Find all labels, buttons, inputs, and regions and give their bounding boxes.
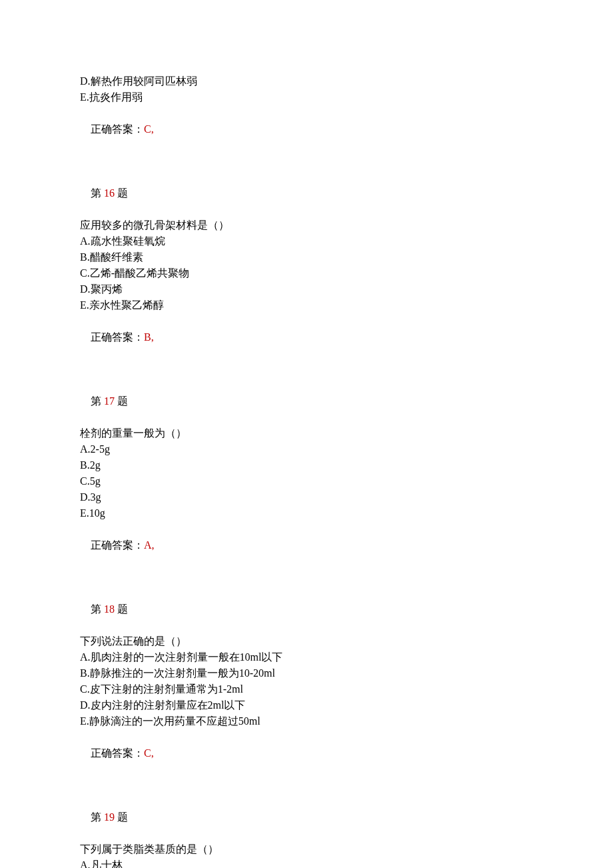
option-d: D.3g [80,489,533,505]
option-a: A.2-5g [80,441,533,457]
option-b: B.2g [80,457,533,473]
answer-label: 正确答案： [91,539,144,551]
option-e: E.抗炎作用弱 [80,89,533,105]
question-header: 第 18 题 [80,585,533,633]
q-prefix: 第 [91,603,104,615]
q-prefix: 第 [91,395,104,407]
option-b: B.静脉推注的一次注射剂量一般为10-20ml [80,665,533,681]
option-e: E.10g [80,505,533,521]
option-a: A.肌肉注射的一次注射剂量一般在10ml以下 [80,649,533,665]
option-a: A.凡士林 [80,857,533,868]
q-prefix: 第 [91,187,104,199]
answer-line: 正确答案：C, [80,105,533,153]
q-number: 18 [104,603,115,615]
option-b: B.醋酸纤维素 [80,249,533,265]
q-suffix: 题 [115,395,128,407]
q-number: 16 [104,187,115,199]
spacer [80,361,533,377]
option-e: E.亲水性聚乙烯醇 [80,297,533,313]
q-suffix: 题 [115,811,128,823]
option-d: D.皮内注射的注射剂量应在2ml以下 [80,697,533,713]
option-d: D.解热作用较阿司匹林弱 [80,73,533,89]
q-prefix: 第 [91,811,104,823]
option-a: A.疏水性聚硅氧烷 [80,233,533,249]
answer-label: 正确答案： [91,123,144,135]
option-c: C.5g [80,473,533,489]
question-stem: 下列属于类脂类基质的是（） [80,841,533,857]
answer-value: B, [144,331,154,343]
question-stem: 应用较多的微孔骨架材料是（） [80,217,533,233]
q-number: 19 [104,811,115,823]
question-header: 第 17 题 [80,377,533,425]
answer-value: A, [144,539,155,551]
q-suffix: 题 [115,603,128,615]
answer-label: 正确答案： [91,747,144,759]
question-header: 第 16 题 [80,169,533,217]
document-page: D.解热作用较阿司匹林弱 E.抗炎作用弱 正确答案：C, 第 16 题 应用较多… [0,0,613,868]
q-number: 17 [104,395,115,407]
option-e: E.静脉滴注的一次用药量不应超过50ml [80,713,533,729]
answer-value: C, [144,123,154,135]
answer-line: 正确答案：B, [80,313,533,361]
answer-value: C, [144,747,154,759]
spacer [80,153,533,169]
answer-line: 正确答案：A, [80,521,533,569]
option-c: C.皮下注射的注射剂量通常为1-2ml [80,681,533,697]
q-suffix: 题 [115,187,128,199]
spacer [80,777,533,793]
question-stem: 下列说法正确的是（） [80,633,533,649]
option-d: D.聚丙烯 [80,281,533,297]
answer-line: 正确答案：C, [80,729,533,777]
spacer [80,569,533,585]
question-header: 第 19 题 [80,793,533,841]
question-stem: 栓剂的重量一般为（） [80,425,533,441]
option-c: C.乙烯-醋酸乙烯共聚物 [80,265,533,281]
answer-label: 正确答案： [91,331,144,343]
